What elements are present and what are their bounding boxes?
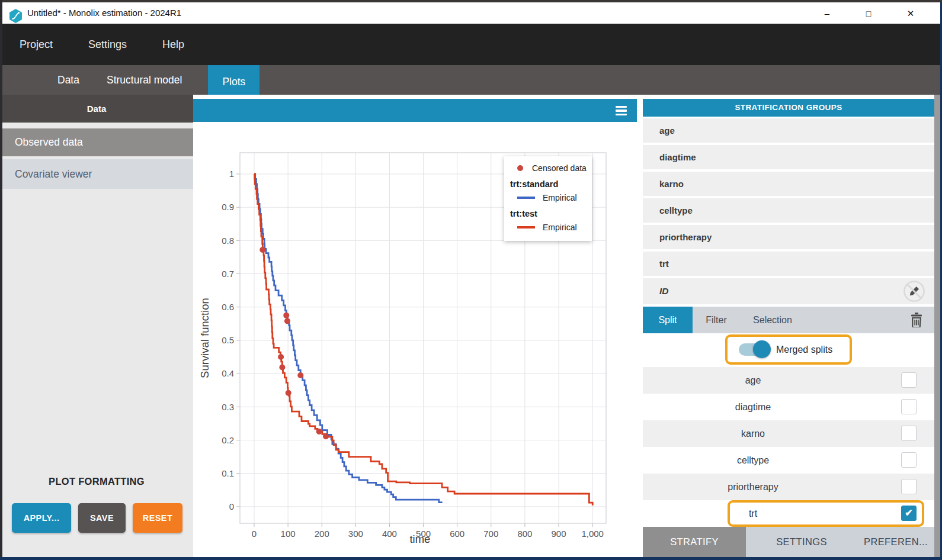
bottom-tab-preferen[interactable]: PREFEREN... xyxy=(857,527,934,557)
stratification-header: STRATIFICATION GROUPS xyxy=(643,99,934,117)
mode-tab-selection[interactable]: Selection xyxy=(740,307,805,333)
split-option-label: diagtime xyxy=(643,394,863,420)
stratification-group-row-karno[interactable]: karno xyxy=(643,172,934,196)
maximize-button[interactable]: □ xyxy=(858,5,879,22)
split-checkbox-celltype[interactable] xyxy=(901,452,917,468)
mode-tab-filter[interactable]: Filter xyxy=(693,307,740,333)
censored-point xyxy=(316,429,322,435)
legend-group-name: trt:standard xyxy=(510,179,587,189)
tab-plots[interactable]: Plots xyxy=(208,65,259,99)
split-checkbox-age[interactable] xyxy=(901,372,917,388)
stratification-group-row-trt[interactable]: trt xyxy=(643,252,934,276)
x-tick-label: 400 xyxy=(382,529,397,539)
vertical-scrollbar[interactable] xyxy=(934,95,940,557)
legend-censored-label: Censored data xyxy=(532,163,587,173)
sidebar-item-observed-data[interactable]: Observed data xyxy=(0,128,193,156)
y-tick-label: 0.2 xyxy=(222,435,234,445)
y-tick-label: 0.1 xyxy=(222,468,234,478)
apply-button[interactable]: APPLY... xyxy=(12,503,71,533)
x-tick-label: 0 xyxy=(252,529,257,539)
nav-tabs: DataStructural modelPlots xyxy=(56,65,259,95)
censored-point xyxy=(284,318,290,324)
menu-items: ProjectSettingsHelp xyxy=(20,24,184,65)
menu-bar: ProjectSettingsHelp xyxy=(0,24,942,65)
sidebar-item-covariate-viewer[interactable]: Covariate viewer xyxy=(0,159,193,189)
no-edit-icon[interactable] xyxy=(903,280,925,302)
window-bottom-edge xyxy=(0,557,942,560)
split-option-row-age: age xyxy=(643,367,934,394)
split-option-label: celltype xyxy=(643,447,863,474)
split-option-highlight xyxy=(728,500,924,527)
plot-formatting-title: PLOT FORMATTING xyxy=(0,476,193,487)
stratification-group-row-priortherapy[interactable]: priortherapy xyxy=(643,225,934,249)
split-option-row-trt: trt✔ xyxy=(643,500,934,527)
monolix-logo-icon xyxy=(8,8,23,24)
merged-splits-highlight xyxy=(725,334,852,365)
split-checkbox-diagtime[interactable] xyxy=(901,399,917,414)
bottom-tab-settings[interactable]: SETTINGS xyxy=(746,527,857,557)
plot-formatting-buttons: APPLY...SAVERESET xyxy=(12,503,182,533)
menu-item-project[interactable]: Project xyxy=(20,38,53,51)
censored-point xyxy=(323,433,329,439)
y-tick-label: 0.9 xyxy=(222,202,234,212)
legend-series-label: Empirical xyxy=(543,193,577,202)
legend-group-name: trt:test xyxy=(510,209,587,218)
merged-splits-row: Merged splits xyxy=(643,333,934,366)
censored-point xyxy=(259,247,265,253)
plot-panel-header xyxy=(193,99,637,122)
delete-icon[interactable] xyxy=(911,313,922,327)
stratification-group-row-id[interactable]: ID xyxy=(643,278,934,304)
split-checkbox-priortherapy[interactable] xyxy=(901,479,917,494)
stratify-mode-bar: SplitFilterSelection xyxy=(643,307,934,333)
x-tick-label: 100 xyxy=(281,529,296,539)
y-tick-label: 0.7 xyxy=(222,269,234,279)
x-tick-label: 900 xyxy=(552,529,566,539)
window-title: Untitled* - Monolix estimation - 2024R1 xyxy=(27,2,181,24)
title-bar: Untitled* - Monolix estimation - 2024R1 … xyxy=(0,2,942,24)
split-option-label: age xyxy=(643,367,863,394)
legend-censored-item: Censored data xyxy=(509,162,587,175)
censored-point xyxy=(297,372,303,378)
hamburger-menu-icon[interactable] xyxy=(616,106,627,115)
window-left-edge xyxy=(0,0,2,560)
sidebar-header: Data xyxy=(0,95,193,123)
stratification-group-row-age[interactable]: age xyxy=(643,118,934,143)
censored-point xyxy=(283,313,289,318)
y-axis-label: Survival function xyxy=(198,298,211,378)
legend-series-item: Empirical xyxy=(509,191,587,204)
monolix-window: Untitled* - Monolix estimation - 2024R1 … xyxy=(0,0,942,560)
close-button[interactable]: ✕ xyxy=(901,5,921,22)
y-tick-label: 1 xyxy=(229,169,234,179)
menu-item-help[interactable]: Help xyxy=(162,38,184,51)
stratification-group-row-diagtime[interactable]: diagtime xyxy=(643,145,934,169)
y-tick-label: 0.4 xyxy=(222,368,234,378)
split-option-label: karno xyxy=(643,420,863,447)
y-tick-label: 0.5 xyxy=(222,335,234,345)
reset-button[interactable]: RESET xyxy=(133,503,182,533)
stratification-group-row-celltype[interactable]: celltype xyxy=(643,198,934,223)
tab-data[interactable]: Data xyxy=(56,65,81,95)
x-tick-label: 700 xyxy=(483,529,498,539)
censored-point xyxy=(278,354,284,360)
minimize-button[interactable]: – xyxy=(817,5,837,22)
y-tick-label: 0.8 xyxy=(222,236,234,246)
tab-structural-model[interactable]: Structural model xyxy=(105,65,183,95)
y-tick-label: 0.3 xyxy=(222,402,234,412)
save-button[interactable]: SAVE xyxy=(78,503,126,533)
legend-series-label: Empirical xyxy=(543,223,577,232)
x-tick-label: 800 xyxy=(517,529,532,539)
split-option-row-priortherapy: priortherapy xyxy=(643,474,934,500)
mode-tab-split[interactable]: Split xyxy=(643,307,693,333)
censored-point xyxy=(286,390,291,396)
stratification-groups-list: agediagtimekarnocelltypepriortherapytrtI… xyxy=(643,118,934,304)
split-option-row-celltype: celltype xyxy=(643,447,934,474)
menu-item-settings[interactable]: Settings xyxy=(88,38,127,51)
bottom-tab-stratify[interactable]: STRATIFY xyxy=(643,527,746,557)
nav-tab-bar: DataStructural modelPlots xyxy=(0,65,942,95)
split-checkbox-karno[interactable] xyxy=(901,426,917,441)
x-tick-label: 1,000 xyxy=(581,529,604,539)
legend-series-item: Empirical xyxy=(509,221,587,234)
panel-bottom-tabs: STRATIFYSETTINGSPREFEREN... xyxy=(643,527,934,557)
split-covariate-list: agediagtimekarnocelltypepriortherapytrt✔ xyxy=(643,367,934,527)
censored-dot-icon xyxy=(517,165,523,171)
